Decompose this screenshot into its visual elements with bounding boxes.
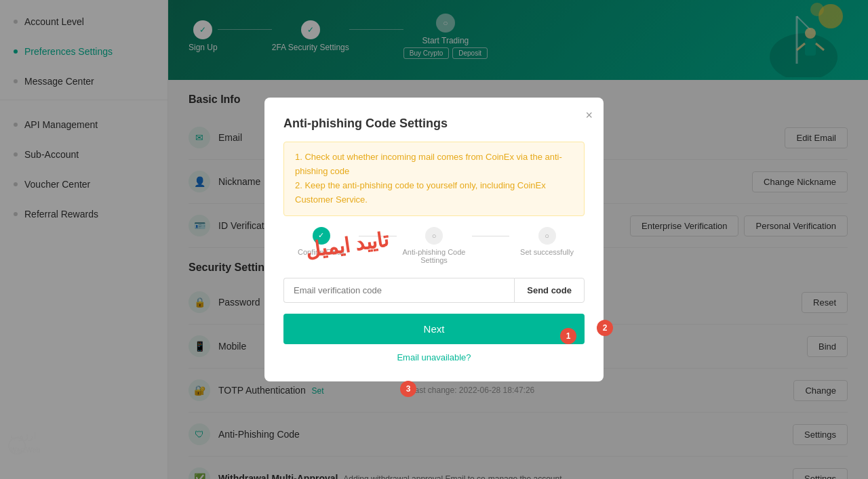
- modal-step-set-successfully: ○ Set successfully: [509, 227, 585, 256]
- modal-step-confirm-email: ✓ Confirm Email: [283, 227, 359, 256]
- modal-step-anti-phishing: ○ Anti-phishing Code Settings: [397, 227, 472, 264]
- annotation-circle-1: 1: [560, 328, 576, 344]
- modal-step-line-1: [359, 236, 397, 236]
- anti-phishing-modal: Anti-phishing Code Settings × 1. Check o…: [264, 98, 604, 381]
- annotation-circle-2: 2: [597, 320, 613, 336]
- annotation-2: 2: [597, 320, 613, 336]
- modal-step-circle-3: ○: [538, 227, 556, 245]
- annotation-1: 1: [560, 328, 576, 344]
- modal-step-label-1: Confirm Email: [298, 248, 344, 256]
- next-button[interactable]: Next: [283, 314, 585, 344]
- modal-steps: ✓ Confirm Email ○ Anti-phishing Code Set…: [283, 227, 585, 264]
- modal-step-label-3: Set successfully: [520, 248, 574, 256]
- email-verification-input[interactable]: [283, 278, 514, 303]
- modal-close-button[interactable]: ×: [585, 108, 593, 123]
- modal-info-point-2: 2. Keep the anti-phishing code to yourse…: [295, 179, 573, 207]
- modal-info-box: 1. Check out whether incoming mail comes…: [283, 142, 585, 215]
- annotation-circle-3: 3: [400, 381, 416, 397]
- modal-step-circle-2: ○: [425, 227, 443, 245]
- modal-step-circle-1: ✓: [313, 227, 330, 245]
- modal-title: Anti-phishing Code Settings: [283, 117, 585, 131]
- email-unavailable-link[interactable]: Email unavailable?: [283, 352, 585, 362]
- modal-input-row: Send code: [283, 278, 585, 303]
- modal-info-point-1: 1. Check out whether incoming mail comes…: [295, 150, 573, 179]
- modal-step-label-2: Anti-phishing Code Settings: [397, 248, 472, 264]
- annotation-3: 3: [400, 381, 416, 397]
- modal-overlay[interactable]: Anti-phishing Code Settings × 1. Check o…: [0, 0, 868, 479]
- send-code-button[interactable]: Send code: [514, 278, 585, 303]
- modal-step-line-2: [472, 236, 510, 236]
